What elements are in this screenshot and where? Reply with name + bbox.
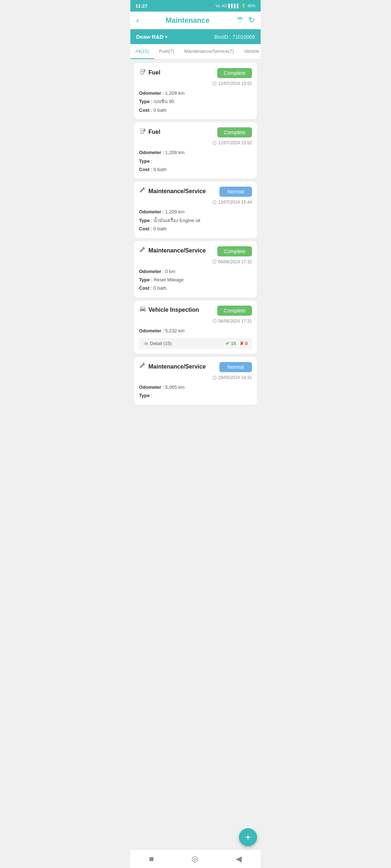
card-odometer: Odometer : 5,065 km bbox=[139, 383, 252, 391]
card-type-icon bbox=[139, 306, 146, 315]
card-item[interactable]: Fuel Complete 12/07/2024 15:52 Odometer … bbox=[134, 122, 257, 179]
card-cost: Cost : 0 bath bbox=[139, 106, 252, 114]
card-item[interactable]: Fuel Complete 12/07/2024 15:52 Odometer … bbox=[134, 63, 257, 119]
card-datetime: 06/06/2024 17:32 bbox=[212, 259, 252, 264]
card-detail: Odometer : 1,209 km Type : เบนซิน 95 Cos… bbox=[139, 89, 252, 114]
card-datetime: 12/07/2024 15:44 bbox=[212, 200, 252, 205]
card-item[interactable]: Maintenance/Service Normal 29/05/2024 14… bbox=[134, 357, 257, 405]
card-title-row: Maintenance/Service bbox=[139, 187, 206, 196]
card-title-row: Maintenance/Service bbox=[139, 246, 206, 255]
card-title-row: Maintenance/Service bbox=[139, 362, 206, 371]
tab-3[interactable]: Vehicle Inspection( bbox=[239, 44, 261, 59]
dropdown-icon: ▾ bbox=[165, 34, 167, 39]
card-cost: Cost : 0 bath bbox=[139, 165, 252, 174]
card-type: Type : bbox=[139, 157, 252, 165]
card-type-icon bbox=[139, 246, 146, 255]
status-button[interactable]: Normal bbox=[219, 187, 252, 197]
card-type: Type : bbox=[139, 391, 252, 400]
app-bar: ‹ Maintenance ↻ bbox=[130, 12, 261, 29]
status-icons: Vo 4G ▌▌▌▌ 🔋 86% bbox=[215, 4, 256, 8]
status-button[interactable]: Complete bbox=[217, 127, 252, 137]
status-button[interactable]: Complete bbox=[217, 306, 252, 316]
card-datetime: 06/06/2024 17:31 bbox=[212, 319, 252, 324]
card-odometer: Odometer : 1,209 km bbox=[139, 148, 252, 157]
card-type: Type : เบนซิน 95 bbox=[139, 97, 252, 106]
card-odometer: Odometer : 5,232 km bbox=[139, 327, 252, 335]
card-type-icon bbox=[139, 68, 146, 77]
card-detail: Odometer : 5,065 km Type : bbox=[139, 383, 252, 400]
tabs-bar: All(15)Fuel(7)Maintenance/Service(7)Vehi… bbox=[130, 44, 261, 59]
card-type-icon bbox=[139, 362, 146, 371]
refresh-button[interactable]: ↻ bbox=[248, 16, 255, 25]
card-detail: Odometer : 1,209 km Type : น้ำมันเครื่อง… bbox=[139, 208, 252, 233]
fail-badge: ✘ 0 bbox=[240, 341, 248, 346]
card-item[interactable]: Maintenance/Service Complete 06/06/2024 … bbox=[134, 241, 257, 298]
tab-2[interactable]: Maintenance/Service(7) bbox=[179, 44, 239, 59]
card-type: Type : น้ำมันเครื่อง Engine oil bbox=[139, 216, 252, 225]
tab-1[interactable]: Fuel(7) bbox=[154, 44, 179, 59]
filter-button[interactable] bbox=[236, 16, 244, 25]
card-title-row: Vehicle Inspection bbox=[139, 306, 199, 315]
card-title: Fuel bbox=[148, 129, 160, 135]
box-id: BoxID : 71010009 bbox=[214, 34, 255, 40]
card-type-icon bbox=[139, 187, 146, 196]
pass-badge: ✔ 15 bbox=[226, 341, 236, 346]
card-odometer: Odometer : 1,209 km bbox=[139, 89, 252, 97]
status-button[interactable]: Complete bbox=[217, 68, 252, 78]
card-detail: Odometer : 0 km Type : Reset Mileage Cos… bbox=[139, 267, 252, 293]
status-bar: 11:27 Vo 4G ▌▌▌▌ 🔋 86% bbox=[130, 0, 261, 12]
card-title: Maintenance/Service bbox=[148, 188, 206, 195]
card-title: Maintenance/Service bbox=[148, 363, 206, 370]
card-detail: Odometer : 5,232 km bbox=[139, 327, 252, 335]
card-odometer: Odometer : 0 km bbox=[139, 267, 252, 276]
tab-0[interactable]: All(15) bbox=[130, 44, 154, 59]
card-item[interactable]: Vehicle Inspection Complete 06/06/2024 1… bbox=[134, 301, 257, 354]
status-button[interactable]: Complete bbox=[217, 246, 252, 256]
card-detail: Odometer : 1,209 km Type : Cost : 0 bath bbox=[139, 148, 252, 174]
card-type-icon bbox=[139, 127, 146, 136]
card-right: Normal 12/07/2024 15:44 bbox=[212, 187, 252, 205]
card-right: Complete 12/07/2024 15:52 bbox=[212, 127, 252, 145]
signal-icon: ▌▌▌▌ bbox=[228, 4, 240, 8]
card-title: Vehicle Inspection bbox=[148, 307, 199, 313]
card-cost: Cost : 0 bath bbox=[139, 225, 252, 233]
card-datetime: 12/07/2024 15:52 bbox=[212, 140, 252, 145]
card-item[interactable]: Maintenance/Service Normal 12/07/2024 15… bbox=[134, 182, 257, 238]
detail-label: Detail (15) bbox=[143, 341, 172, 346]
battery-icon: 🔋 bbox=[241, 4, 246, 8]
card-datetime: 12/07/2024 15:52 bbox=[212, 81, 252, 86]
battery-percent: 86% bbox=[248, 4, 256, 8]
card-cost: Cost : 0 bath bbox=[139, 284, 252, 292]
card-title-row: Fuel bbox=[139, 68, 160, 77]
card-datetime: 29/05/2024 14:31 bbox=[212, 375, 252, 380]
status-time: 11:27 bbox=[135, 3, 147, 9]
card-title: Fuel bbox=[148, 69, 160, 76]
card-odometer: Odometer : 1,209 km bbox=[139, 208, 252, 216]
location-name[interactable]: Deaw R&D ▾ bbox=[136, 34, 167, 40]
location-bar: Deaw R&D ▾ BoxID : 71010009 bbox=[130, 29, 261, 44]
card-right: Normal 29/05/2024 14:31 bbox=[212, 362, 252, 380]
card-title-row: Fuel bbox=[139, 127, 160, 136]
card-title: Maintenance/Service bbox=[148, 247, 206, 254]
card-type: Type : Reset Mileage bbox=[139, 276, 252, 284]
back-button[interactable]: ‹ bbox=[136, 15, 139, 25]
card-right: Complete 06/06/2024 17:31 bbox=[212, 306, 252, 324]
network-icon: 4G bbox=[222, 4, 227, 8]
detail-badges: ✔ 15 ✘ 0 bbox=[226, 341, 248, 346]
volte-icon: Vo bbox=[215, 4, 220, 8]
card-right: Complete 12/07/2024 15:52 bbox=[212, 68, 252, 86]
vehicle-detail-row[interactable]: Detail (15) ✔ 15 ✘ 0 bbox=[139, 338, 252, 349]
card-right: Complete 06/06/2024 17:32 bbox=[212, 246, 252, 264]
status-button[interactable]: Normal bbox=[219, 362, 252, 372]
page-title: Maintenance bbox=[165, 16, 209, 25]
content-area: Fuel Complete 12/07/2024 15:52 Odometer … bbox=[130, 59, 261, 434]
